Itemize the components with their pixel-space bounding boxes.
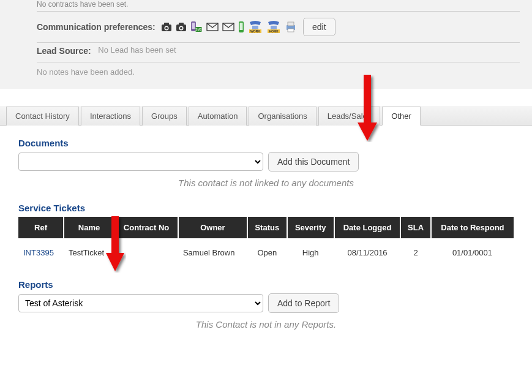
ticket-status: Open [247, 238, 287, 267]
notes-empty: No notes have been added. [37, 67, 135, 77]
tickets-col-owner: Owner [178, 217, 247, 238]
ticket-sla: 2 [400, 238, 430, 267]
tab-contact-history[interactable]: Contact History [6, 107, 79, 126]
svg-rect-5 [164, 23, 169, 25]
tab-automation[interactable]: Automation [189, 107, 247, 126]
tickets-col-sla: SLA [400, 217, 430, 238]
phone-work-icon: WORK [248, 21, 263, 33]
tab-groups[interactable]: Groups [142, 107, 187, 126]
ticket-severity: High [287, 238, 334, 267]
ticket-ref[interactable]: INT3395 [18, 238, 64, 267]
lead-source-value: No Lead has been set [98, 45, 176, 55]
ticket-ref-link[interactable]: INT3395 [23, 248, 54, 257]
ticket-respond: 01/01/0001 [431, 238, 514, 267]
svg-rect-9 [179, 23, 184, 25]
documents-select[interactable] [18, 153, 263, 171]
reports-select[interactable]: Test of Asterisk [18, 294, 263, 312]
summary-panel: No contracts have been set. Communicatio… [0, 0, 532, 89]
service-tickets-heading: Service Tickets [18, 203, 514, 213]
add-document-button[interactable]: Add this Document [268, 152, 359, 172]
reports-heading: Reports [18, 279, 514, 290]
documents-empty: This contact is not linked to any docume… [18, 178, 514, 188]
tab-content-other: Documents Add this Document This contact… [0, 126, 532, 356]
tickets-col-date-logged: Date Logged [334, 217, 401, 238]
tickets-table: RefNameContract NoOwnerStatusSeverityDat… [18, 217, 514, 267]
ticket-name: TestTicket [64, 238, 114, 267]
communication-preferences-label: Communication preferences: [37, 22, 155, 32]
svg-rect-19 [240, 23, 243, 30]
tickets-col-status: Status [247, 217, 287, 238]
envelope-icon [206, 23, 219, 31]
communication-preferences-row: Communication preferences: SMS WORK HOME [37, 15, 520, 43]
camera-icon [176, 22, 187, 32]
lead-source-label: Lead Source: [37, 46, 91, 56]
svg-text:SMS: SMS [195, 28, 203, 31]
svg-rect-13 [192, 23, 195, 29]
truncated-row: No contracts have been set. [37, 0, 520, 12]
svg-point-11 [180, 27, 182, 29]
lead-source-row: Lead Source: No Lead has been set [37, 43, 520, 62]
ticket-owner: Samuel Brown [178, 238, 247, 267]
camera-icon [161, 22, 172, 32]
tickets-col-contract-no: Contract No [114, 217, 178, 238]
tickets-col-name: Name [64, 217, 114, 238]
ticket-logged: 08/11/2016 [334, 238, 401, 267]
reports-empty: This Contact is not in any Reports. [18, 319, 514, 330]
svg-rect-27 [288, 22, 294, 26]
tab-leads-sales[interactable]: Leads/Sales [318, 107, 381, 126]
add-report-button[interactable]: Add to Report [268, 293, 339, 313]
edit-button[interactable]: edit [303, 18, 335, 36]
table-row: INT3395TestTicketSamuel BrownOpenHigh08/… [18, 238, 514, 267]
tickets-col-severity: Severity [287, 217, 334, 238]
svg-rect-28 [288, 29, 294, 32]
sms-icon: SMS [190, 21, 203, 32]
tab-other[interactable]: Other [382, 107, 421, 126]
svg-text:HOME: HOME [269, 29, 279, 33]
tabs-bar: Contact HistoryInteractionsGroupsAutomat… [0, 106, 532, 126]
tab-interactions[interactable]: Interactions [81, 107, 140, 126]
envelope-icon [222, 23, 234, 31]
svg-text:WORK: WORK [250, 29, 260, 33]
phone-home-icon: HOME [266, 21, 281, 33]
svg-point-7 [165, 27, 168, 29]
tickets-col-date-to-respond: Date to Respond [431, 217, 514, 238]
ticket-contract [114, 238, 178, 267]
tickets-col-ref: Ref [18, 217, 64, 238]
tab-organisations[interactable]: Organisations [249, 107, 316, 126]
printer-icon [285, 21, 297, 32]
mobile-icon [238, 21, 244, 33]
documents-heading: Documents [18, 138, 514, 148]
